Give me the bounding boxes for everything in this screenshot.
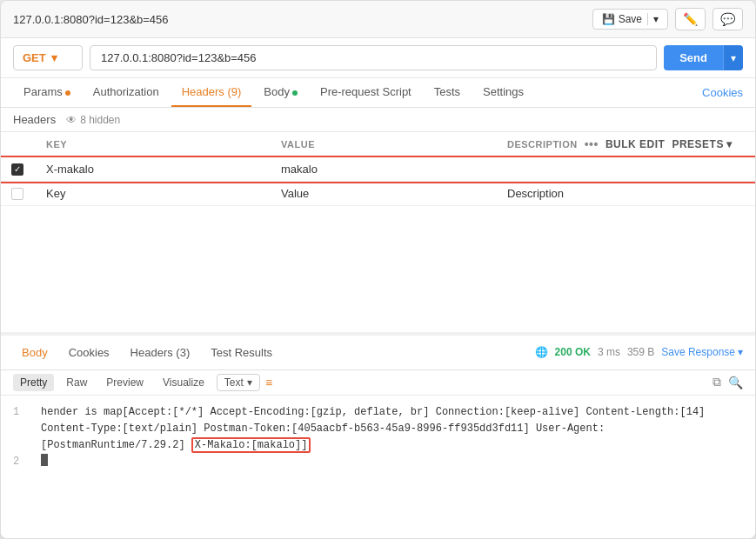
th-value: VALUE — [271, 132, 497, 157]
cursor — [41, 454, 48, 466]
save-response-button[interactable]: Save Response ▾ — [661, 346, 743, 358]
row1-description-cell[interactable] — [497, 157, 755, 182]
format-type-label: Text — [224, 376, 244, 389]
title-bar: 127.0.0.1:8080?id=123&b=456 💾 Save ▾ ✏️ … — [1, 1, 755, 38]
row2-description-cell[interactable]: Description — [497, 182, 755, 206]
save-label: Save — [619, 13, 642, 25]
row1-checkbox-cell: ✓ — [1, 157, 36, 182]
hidden-label: 8 hidden — [80, 114, 120, 126]
description-label: DESCRIPTION — [507, 139, 578, 150]
more-icon[interactable]: ••• — [585, 137, 599, 151]
format-type-select[interactable]: Text ▾ — [217, 374, 260, 391]
format-raw-button[interactable]: Raw — [59, 374, 94, 391]
save-response-arrow: ▾ — [738, 346, 743, 358]
row2-key-cell[interactable]: Key — [36, 182, 271, 206]
copy-button[interactable]: ⧉ — [713, 375, 721, 389]
tab-headers[interactable]: Headers (9) — [171, 78, 252, 107]
edit-icon-button[interactable]: ✏️ — [675, 8, 706, 30]
table-row: ✓ X-makalo makalo — [1, 157, 755, 182]
chat-icon-button[interactable]: 💬 — [713, 8, 743, 30]
send-dropdown-button[interactable]: ▾ — [723, 45, 743, 70]
status-size: 359 B — [627, 346, 654, 358]
th-description: DESCRIPTION ••• Bulk Edit Presets ▾ — [497, 132, 755, 157]
row2-checkbox-cell — [1, 182, 36, 206]
params-dot — [65, 90, 70, 96]
format-pretty-button[interactable]: Pretty — [13, 374, 54, 391]
response-bar: Body Cookies Headers (3) Test Results 🌐 … — [1, 336, 755, 370]
body-dot — [292, 90, 298, 96]
url-bar: GET ▾ Send ▾ — [1, 38, 755, 78]
status-time: 3 ms — [598, 346, 620, 358]
response-tab-headers[interactable]: Headers (3) — [122, 341, 199, 364]
table-header-row: KEY VALUE DESCRIPTION ••• Bulk Edit Pres… — [1, 132, 755, 157]
code-text-1: hender is map[Accept:[*/*] Accept-Encodi… — [41, 406, 705, 451]
tab-settings[interactable]: Settings — [472, 78, 534, 107]
row2-value-cell[interactable]: Value — [271, 182, 497, 206]
send-group: Send ▾ — [664, 45, 743, 70]
sub-tab-headers[interactable]: Headers — [13, 113, 56, 126]
title-actions: 💾 Save ▾ ✏️ 💬 — [592, 8, 743, 30]
code-line-1: 1 hender is map[Accept:[*/*] Accept-Enco… — [13, 404, 743, 455]
format-actions: ⧉ 🔍 — [713, 375, 743, 389]
status-ok: 200 OK — [555, 346, 591, 358]
cookies-link[interactable]: Cookies — [702, 86, 743, 99]
row1-value-cell[interactable]: makalo — [271, 157, 497, 182]
line-number-2: 2 — [13, 454, 27, 470]
format-bar: Pretty Raw Preview Visualize Text ▾ ≡ ⧉ … — [1, 370, 755, 396]
th-key: KEY — [36, 132, 271, 157]
save-dropdown-arrow[interactable]: ▾ — [647, 13, 659, 25]
table-row: Key Value Description — [1, 182, 755, 206]
bulk-edit-button[interactable]: Bulk Edit — [605, 138, 666, 150]
hidden-count: 👁 8 hidden — [66, 114, 120, 126]
response-tab-body[interactable]: Body — [13, 341, 57, 364]
th-checkbox — [1, 132, 36, 157]
line-number-1: 1 — [13, 404, 27, 421]
response-status: 🌐 200 OK 3 ms 359 B Save Response ▾ — [535, 346, 743, 358]
row1-checkbox[interactable]: ✓ — [11, 163, 23, 176]
format-preview-button[interactable]: Preview — [99, 374, 151, 391]
row2-checkbox[interactable] — [11, 188, 23, 200]
method-label: GET — [23, 51, 46, 64]
presets-button[interactable]: Presets ▾ — [672, 138, 732, 150]
tab-tests[interactable]: Tests — [424, 78, 471, 107]
url-input[interactable] — [90, 45, 657, 70]
save-icon: 💾 — [602, 13, 615, 25]
presets-arrow: ▾ — [726, 138, 733, 150]
tab-pre-request-script[interactable]: Pre-request Script — [310, 78, 422, 107]
request-tabs: Params Authorization Headers (9) Body Pr… — [1, 78, 755, 108]
tab-body[interactable]: Body — [253, 78, 308, 107]
globe-icon: 🌐 — [535, 346, 548, 358]
headers-table-container: KEY VALUE DESCRIPTION ••• Bulk Edit Pres… — [1, 132, 755, 206]
search-button[interactable]: 🔍 — [728, 375, 743, 389]
format-select-arrow: ▾ — [247, 376, 252, 389]
tab-authorization[interactable]: Authorization — [83, 78, 170, 107]
code-line-2: 2 — [13, 454, 743, 470]
row1-key-cell[interactable]: X-makalo — [36, 157, 271, 182]
x-makalo-highlight: X-Makalo:[makalo]] — [191, 437, 311, 453]
tab-params[interactable]: Params — [13, 78, 81, 107]
method-select[interactable]: GET ▾ — [13, 45, 83, 70]
headers-table: KEY VALUE DESCRIPTION ••• Bulk Edit Pres… — [1, 132, 755, 206]
spacer — [1, 206, 755, 332]
filter-icon[interactable]: ≡ — [265, 376, 272, 389]
app-window: 127.0.0.1:8080?id=123&b=456 💾 Save ▾ ✏️ … — [0, 0, 756, 539]
code-content-1: hender is map[Accept:[*/*] Accept-Encodi… — [41, 404, 743, 455]
window-title: 127.0.0.1:8080?id=123&b=456 — [13, 13, 169, 26]
method-dropdown-icon: ▾ — [51, 51, 57, 64]
th-description-actions: DESCRIPTION ••• Bulk Edit Presets ▾ — [507, 137, 745, 151]
response-tab-test-results[interactable]: Test Results — [202, 341, 281, 364]
save-response-label: Save Response — [661, 346, 735, 358]
code-area: 1 hender is map[Accept:[*/*] Accept-Enco… — [1, 396, 755, 539]
send-button[interactable]: Send — [664, 45, 723, 70]
format-visualize-button[interactable]: Visualize — [156, 374, 211, 391]
save-button[interactable]: 💾 Save ▾ — [592, 9, 668, 30]
eye-icon: 👁 — [66, 114, 77, 126]
sub-header: Headers 👁 8 hidden — [1, 108, 755, 132]
response-tab-cookies[interactable]: Cookies — [60, 341, 118, 364]
